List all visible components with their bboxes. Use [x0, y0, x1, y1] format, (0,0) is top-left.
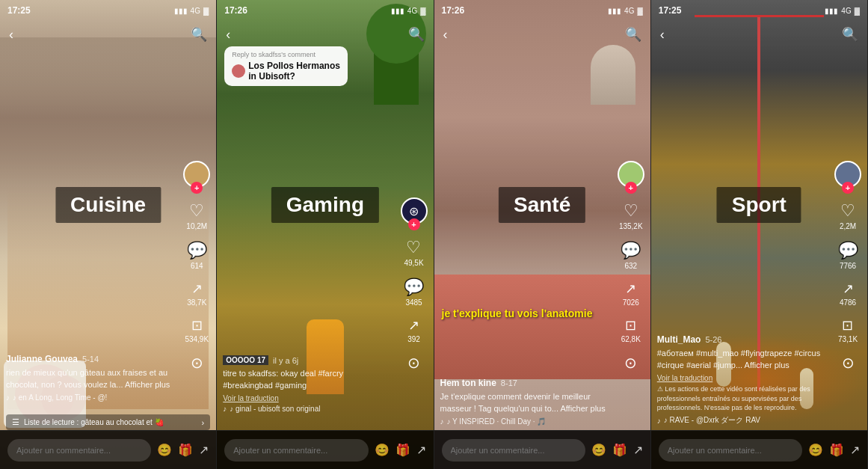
top-nav-sport: ‹ 🔍: [651, 21, 867, 48]
follow-btn-cuisine[interactable]: +: [191, 182, 203, 194]
action-bar-sport: + ♡ 2,2M 💬 7766 ↗ 4786 ⊡ 73,1K ⊙: [834, 161, 861, 372]
panel-cuisine: 17:25 ▮▮▮ 4G ▓ ‹ 🔍 Cuisine + ♡ 10,2M 💬 6…: [0, 0, 217, 469]
comment-bar-gaming: 😊 🎁 ↗: [217, 430, 433, 469]
avatar-sante[interactable]: +: [618, 161, 644, 188]
bookmark-btn-cuisine[interactable]: ⊡ 534,9K: [185, 317, 209, 343]
gift-icon-cuisine[interactable]: 🎁: [178, 443, 193, 457]
comment-bar-sport: 😊 🎁 ↗: [651, 430, 867, 469]
comment-icons-cuisine: 😊 🎁 ↗: [157, 443, 209, 457]
like-btn-cuisine[interactable]: ♡ 10,2M: [186, 201, 207, 230]
time-cuisine: 17:25: [7, 5, 31, 16]
share-btn-gaming[interactable]: ↗ 392: [407, 317, 420, 343]
disclaimer-sport: ⚠ Les actions de cette vidéo sont réalis…: [657, 384, 828, 413]
bookmark-btn-sport[interactable]: ⊡ 73,1K: [838, 317, 858, 343]
music-note-cuisine: ♪: [6, 393, 10, 402]
follow-btn-sport[interactable]: +: [842, 182, 854, 194]
comment-btn-cuisine[interactable]: 💬 614: [187, 241, 207, 270]
back-icon[interactable]: ‹: [9, 27, 13, 43]
top-nav-sante: ‹ 🔍: [434, 21, 650, 48]
back-icon-sante[interactable]: ‹: [443, 27, 448, 43]
playlist-bar-cuisine[interactable]: ☰ Liste de lecture : gâteau au chocolat …: [6, 414, 210, 430]
music-note-sport: ♪: [657, 417, 661, 425]
share-icon-sport[interactable]: ↗: [850, 443, 860, 457]
status-bar-gaming: 17:26 ▮▮▮ 4G ▓: [217, 0, 433, 21]
comment-bar-sante: 😊 🎁 ↗: [434, 430, 650, 469]
music-disc-cuisine[interactable]: ⊙: [191, 354, 203, 372]
emoji-icon-cuisine[interactable]: 😊: [157, 443, 172, 457]
time-sport: 17:25: [659, 5, 682, 16]
like-btn-sante[interactable]: ♡ 135,2K: [619, 201, 643, 230]
comment-btn-sport[interactable]: 💬 7766: [838, 241, 858, 270]
music-disc-gaming[interactable]: ⊙: [407, 354, 420, 372]
network-icon-gaming: 4G: [407, 7, 417, 15]
avatar-sport[interactable]: +: [834, 161, 861, 188]
battery-icon-gaming: ▓: [420, 7, 425, 15]
like-btn-sport[interactable]: ♡ 2,2M: [840, 201, 856, 230]
share-icon-cuisine[interactable]: ↗: [199, 443, 209, 457]
share-btn-sante[interactable]: ↗ 7026: [623, 281, 639, 307]
battery-icon: ▓: [203, 7, 209, 15]
ubisoft-icon: ⊛: [409, 204, 419, 218]
emoji-icon-sante[interactable]: 😊: [591, 443, 606, 457]
gift-icon-sante[interactable]: 🎁: [612, 443, 627, 457]
status-icons-sante: ▮▮▮ 4G ▓: [608, 7, 643, 15]
status-bar-sport: 17:25 ▮▮▮ 4G ▓: [651, 0, 867, 21]
comment-bar-cuisine: 😊 🎁 ↗: [0, 430, 216, 469]
share-btn-sport[interactable]: ↗ 4786: [840, 281, 856, 307]
avatar-gaming[interactable]: ⊛ +: [401, 197, 428, 224]
back-icon-gaming[interactable]: ‹: [226, 27, 230, 43]
category-label-sante: Santé: [499, 187, 585, 223]
emoji-icon-sport[interactable]: 😊: [808, 443, 823, 457]
gift-icon-gaming[interactable]: 🎁: [395, 443, 410, 457]
voir-traduction-gaming[interactable]: Voir la traduction: [223, 394, 394, 402]
follow-btn-sante[interactable]: +: [625, 182, 637, 194]
comment-btn-gaming[interactable]: 💬 3485: [404, 278, 424, 307]
music-text-gaming: ♪ ginal - ubisoft son original: [230, 405, 320, 413]
category-label-gaming: Gaming: [271, 187, 379, 223]
bubble-reply-text: Reply to skadfss's comment: [232, 51, 340, 58]
action-bar-gaming: ⊛ + ♡ 49,5K 💬 3485 ↗ 392 ⊙: [401, 197, 428, 372]
status-icons-gaming: ▮▮▮ 4G ▓: [391, 7, 426, 15]
comment-bubble-gaming: Reply to skadfss's comment Los Pollos He…: [224, 46, 348, 86]
share-icon-sante[interactable]: ↗: [633, 443, 643, 457]
comment-input-sport[interactable]: [659, 439, 802, 462]
voir-traduction-sport[interactable]: Voir la traduction: [657, 374, 828, 382]
back-icon-sport[interactable]: ‹: [660, 27, 665, 43]
network-icon-sport: 4G: [841, 7, 851, 15]
like-btn-gaming[interactable]: ♡ 49,5K: [404, 238, 423, 267]
battery-icon-sante: ▓: [637, 7, 642, 15]
search-icon-gaming[interactable]: 🔍: [408, 26, 425, 43]
time-sante: 17:26: [442, 5, 465, 16]
status-icons-sport: ▮▮▮ 4G ▓: [825, 7, 860, 15]
share-btn-cuisine[interactable]: ↗ 38,7K: [187, 281, 206, 307]
signal-icon-sante: ▮▮▮: [608, 7, 621, 15]
top-nav-cuisine: ‹ 🔍: [0, 21, 216, 48]
top-nav-gaming: ‹ 🔍: [217, 21, 433, 48]
action-bar-cuisine: + ♡ 10,2M 💬 614 ↗ 38,7K ⊡ 534,9K ⊙: [183, 161, 210, 372]
gaming-username-badge: OOOOO 17: [223, 355, 268, 365]
category-label-cuisine: Cuisine: [55, 187, 161, 223]
bookmark-btn-sante[interactable]: ⊡ 62,8K: [621, 317, 641, 343]
search-icon-sante[interactable]: 🔍: [625, 26, 641, 43]
share-icon-gaming[interactable]: ↗: [416, 443, 426, 457]
bottom-info-sante: Hem ton kine 8-17 Je t'explique comment …: [440, 378, 612, 426]
emoji-icon-gaming[interactable]: 😊: [375, 443, 390, 457]
comment-input-sante[interactable]: [442, 439, 585, 462]
follow-btn-gaming[interactable]: +: [408, 218, 420, 230]
gift-icon-sport[interactable]: 🎁: [829, 443, 844, 457]
music-disc-sante[interactable]: ⊙: [624, 354, 637, 372]
bubble-main-text: Los Pollos Hermanosin Ubisoft?: [248, 61, 340, 82]
search-icon[interactable]: 🔍: [191, 26, 207, 43]
comment-input-gaming[interactable]: [224, 439, 368, 462]
music-disc-sport[interactable]: ⊙: [842, 354, 855, 372]
music-note-gaming: ♪: [223, 405, 227, 413]
bottom-info-gaming: OOOOO 17 il y a 6j titre to skadfss: oka…: [223, 355, 394, 413]
search-icon-sport[interactable]: 🔍: [842, 26, 858, 43]
music-note-sante: ♪: [440, 417, 444, 426]
overlay-text-sante: je t'explique tu vois l'anatomie: [442, 307, 593, 319]
avatar-cuisine[interactable]: +: [183, 161, 210, 188]
comment-input-cuisine[interactable]: [7, 439, 151, 462]
comment-icons-gaming: 😊 🎁 ↗: [375, 443, 426, 457]
comment-btn-sante[interactable]: 💬 632: [621, 241, 641, 270]
comment-icons-sante: 😊 🎁 ↗: [591, 443, 643, 457]
